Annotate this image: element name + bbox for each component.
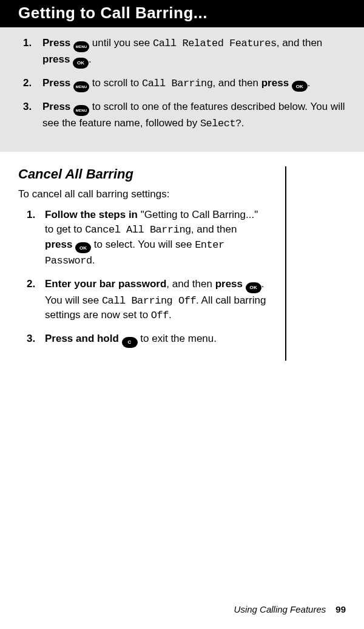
ok-icon: OK [246,282,261,293]
instruction-step-3: Press MENU to scroll to one of the featu… [18,100,346,131]
c-icon: C [122,337,138,348]
section-step-2: Enter your bar password, and then press … [18,277,267,323]
section-step-3: Press and hold C to exit the menu. [18,332,267,348]
text: to scroll to [89,77,142,89]
text: , and then [191,223,237,235]
page-footer: Using Calling Features99 [234,604,346,614]
instruction-box: Press MENU until you see Call Related Fe… [0,27,364,152]
text: Press and hold [45,333,122,344]
ok-icon: OK [75,242,91,253]
text: Press [42,77,73,89]
instruction-list: Press MENU until you see Call Related Fe… [18,36,346,131]
text: Press [42,37,73,49]
page: Getting to Call Barring... Press MENU un… [0,0,364,629]
menu-path: Off [151,310,169,321]
ok-icon: OK [292,81,308,92]
menu-path: Call Barring [142,78,212,89]
menu-path: Call Barring Off [102,295,196,307]
text: press [261,77,292,89]
text: . [89,53,92,65]
right-column [285,166,346,361]
instruction-step-1: Press MENU until you see Call Related Fe… [18,36,346,69]
section-heading: Cancel All Barring [18,166,267,182]
text: , and then [166,278,215,290]
menu-icon: MENU [73,81,89,92]
text: , and then [277,37,323,49]
menu-icon: MENU [73,105,89,116]
section-steps: Follow the steps in "Getting to Call Bar… [18,208,267,348]
text: until you see [89,37,153,49]
body-columns: Cancel All Barring To cancel all call ba… [18,166,346,361]
text: press [45,239,75,250]
text: press [42,53,73,65]
footer-section: Using Calling Features [234,604,326,614]
text: , and then [212,77,261,89]
section-intro: To cancel all call barring settings: [18,188,267,200]
text: . [241,117,244,129]
menu-path: Select? [200,118,241,129]
text: . [308,77,311,89]
text: to exit the menu. [138,333,217,344]
text: Follow the steps in [45,209,141,220]
text: . [92,254,95,266]
ok-icon: OK [73,58,89,69]
title-bar: Getting to Call Barring... [0,0,364,27]
text: to select. You will see [91,239,195,250]
left-column: Cancel All Barring To cancel all call ba… [18,166,285,361]
text: . [169,309,172,321]
page-number: 99 [335,604,346,614]
menu-path: Call Related Features [153,38,277,49]
menu-path: Cancel All Barring [85,224,191,236]
text: Press [42,101,73,112]
text: to scroll to one of the features describ… [42,101,345,129]
text: Enter your bar password [45,278,166,290]
text: press [215,278,246,290]
instruction-step-2: Press MENU to scroll to Call Barring, an… [18,76,346,92]
page-title: Getting to Call Barring... [18,4,346,22]
menu-icon: MENU [73,41,89,52]
section-step-1: Follow the steps in "Getting to Call Bar… [18,208,267,268]
